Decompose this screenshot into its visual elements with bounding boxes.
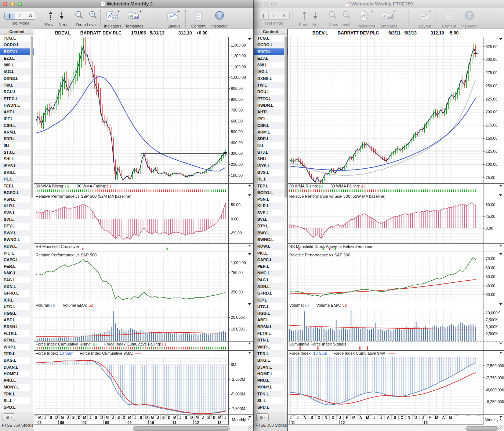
force-index-ma-label: Force Index Cumulative 9MA: (80, 351, 133, 355)
panel-collapse-triangle[interactable] (499, 352, 502, 354)
axis-label: 200.00 (486, 110, 497, 114)
month-tick-label: J (202, 416, 204, 420)
month-tick-label: M (449, 416, 452, 420)
month-tick-label: M (366, 416, 369, 420)
month-tick-label: F (429, 416, 431, 420)
panel-collapse-triangle[interactable] (248, 185, 251, 187)
year-tick-label: 11 (173, 421, 177, 425)
panel-collapse-triangle[interactable] (248, 245, 251, 246)
axis-label: 5,000K (486, 325, 498, 329)
axis-label: 800.00 (231, 97, 243, 102)
axis-label: -8,000,000, (486, 388, 504, 392)
wma-falling-label: 30 WMA Falling: (330, 184, 360, 188)
axis-label: 250.00 (231, 290, 243, 294)
fi-falling-label: Force Index Cumulative Falling: (104, 342, 161, 346)
force-index-ma-label: Force Index Cumulative 9MA: (333, 351, 387, 355)
scrollbar-thumb[interactable] (465, 426, 499, 431)
mansfield-label: RS Mansfield Cross Above or Below Zero L… (289, 244, 372, 249)
month-tick-label: J (112, 416, 114, 420)
horizontal-scrollbar[interactable] (288, 425, 504, 431)
month-tick-label: S (140, 416, 142, 420)
axis-label: 7,500K (486, 318, 498, 322)
month-tick-label: J (67, 416, 69, 420)
green-ticks-icon (93, 343, 97, 346)
axis-label: 100.00 (231, 173, 243, 178)
axis-label: 1,200.00 (231, 54, 246, 58)
axis-label: 10,000K (231, 327, 245, 331)
axis-label: 0M (231, 362, 236, 367)
periodicity-dropdown[interactable]: Monthly▾ (229, 416, 252, 424)
axis-label: 150.00 (486, 136, 497, 140)
resize-grip[interactable] (499, 425, 504, 431)
volume-ema-value: 52 (342, 303, 347, 307)
red-ticks-icon (162, 343, 166, 346)
panel-collapse-triangle[interactable] (248, 343, 251, 344)
year-tick-label: 12 (195, 421, 199, 425)
axis-label: 300.00 (231, 151, 243, 156)
panel-collapse-triangle[interactable] (499, 38, 502, 40)
month-tick-label: S (394, 416, 396, 420)
month-tick-label: A (303, 416, 306, 420)
axis-label: 175.00 (486, 123, 497, 127)
panel-collapse-triangle[interactable] (499, 245, 502, 246)
axis-label: 1,000.00 (231, 75, 246, 80)
volume-ema-label: Volume EMA: (316, 303, 341, 307)
month-tick-label: S (50, 416, 52, 420)
volume-labels: Volume: Volume EMA:52 (36, 303, 93, 308)
panel-collapse-triangle[interactable] (248, 253, 251, 255)
red-ticks-icon (361, 185, 365, 188)
volume-labels: Volume: Volume EMA:52 (289, 303, 347, 308)
axis-label: 2,500K (486, 332, 498, 336)
desktop: Weinstein Monthly 2 / A Tool Mode PrevNe… (0, 0, 504, 431)
axis-label: -7,500,000, (486, 364, 504, 368)
year-tick-label: 07 (83, 421, 87, 425)
resize-grip[interactable] (248, 425, 253, 431)
axis-label: -8,250,000, (486, 399, 504, 404)
panel-collapse-triangle[interactable] (499, 194, 502, 196)
month-tick-label: M (106, 416, 109, 420)
panel-collapse-triangle[interactable] (248, 303, 251, 305)
scrollbar-thumb[interactable] (133, 426, 230, 431)
year-tick-label: 05 (37, 421, 42, 425)
axis-label: 20,000K (231, 315, 245, 319)
panel-collapse-triangle[interactable] (499, 185, 502, 187)
month-tick-label: D (78, 416, 80, 420)
month-tick-label: O (400, 416, 403, 420)
relative-performance-label: Relative Performance vs S&P 500 (52M MA … (36, 194, 131, 199)
month-tick-label: S (311, 416, 313, 420)
horizontal-scrollbar[interactable] (34, 425, 253, 431)
wma-strip-labels: 30 WMA Rising: 30 WMA Falling: (36, 184, 112, 189)
panel-collapse-triangle[interactable] (499, 253, 502, 255)
month-tick-label: M (151, 416, 154, 420)
month-tick-label: S (117, 416, 120, 420)
panel-collapse-triangle[interactable] (248, 352, 251, 354)
panel-collapse-triangle[interactable] (499, 303, 502, 305)
month-tick-label: M (218, 416, 221, 420)
year-tick-label: 12 (341, 421, 345, 425)
axis-label: -50.00 (231, 231, 242, 235)
periodicity-value: Weekly (485, 417, 498, 422)
axis-label: 250.00 (486, 84, 497, 88)
window-weinstein-weekly: Weinstein Weekly FTSE350 / A Tool Mode P… (253, 0, 504, 431)
axis-label: 75.00 (486, 175, 495, 180)
pink-line-icon (389, 353, 395, 354)
periodicity-dropdown[interactable]: Weekly▾ (484, 416, 503, 424)
month-tick-label: A (442, 416, 445, 420)
month-tick-label: M (83, 416, 86, 420)
green-ticks-icon (65, 185, 69, 188)
month-tick-label: J (380, 416, 382, 420)
panel-collapse-triangle[interactable] (248, 194, 251, 196)
chart-canvas: 325.00300.00275.00250.00225.00200.00175.… (254, 0, 504, 425)
axis-label: -7,500M (231, 406, 245, 411)
panel-collapse-triangle[interactable] (248, 38, 251, 40)
month-tick-label: D (55, 416, 58, 420)
relative-performance-label: Relative Performance vs S&P 500 (52W MA … (289, 194, 385, 199)
month-tick-label: J (134, 416, 137, 420)
panel-collapse-triangle[interactable] (499, 343, 502, 344)
wma-falling-label: 30 WMA Falling: (77, 184, 106, 188)
month-tick-label: M (61, 416, 64, 420)
axis-label: 325.00 (486, 44, 497, 49)
axis-label: 750.00 (231, 270, 243, 275)
force-index-label: Force Index: (289, 351, 312, 355)
axis-label: 0.00 (231, 217, 239, 221)
